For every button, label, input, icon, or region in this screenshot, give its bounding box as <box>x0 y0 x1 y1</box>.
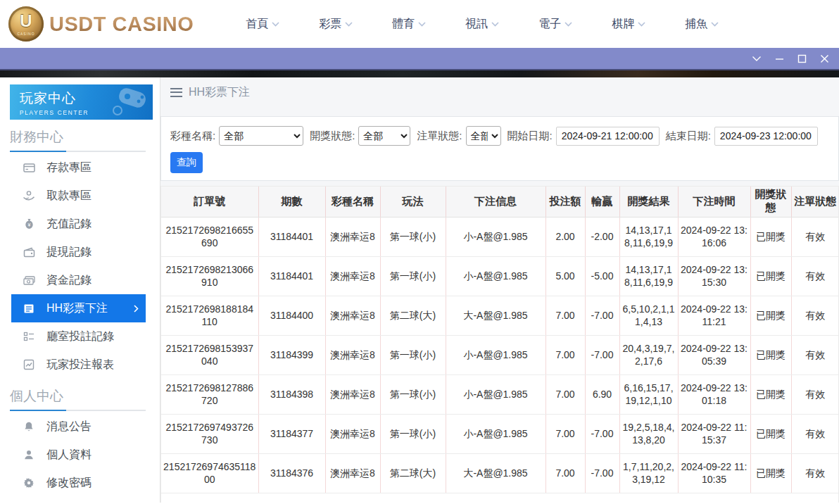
nav-label: 首頁 <box>246 17 268 32</box>
nav-label: 視訊 <box>465 17 488 32</box>
sidebar-item-withdrawal-record[interactable]: 提現記錄 <box>11 238 146 266</box>
hand-coin-icon <box>23 189 35 202</box>
cell-play: 第二球(大) <box>380 453 446 493</box>
underline-accent <box>10 410 66 411</box>
cell-bet-info: 大-A盤@1.985 <box>446 453 545 493</box>
cell-bet-time: 2024-09-22 11:10:35 <box>678 453 750 493</box>
nav-item-cards[interactable]: 棋牌 <box>592 17 665 32</box>
cell-bet-amount: 7.00 <box>545 374 585 414</box>
sidebar-item-label: 充值記錄 <box>46 217 92 232</box>
cell-order-status: 有效 <box>791 217 839 256</box>
nav-item-home[interactable]: 首頁 <box>226 17 299 32</box>
nav-item-slots[interactable]: 電子 <box>519 17 592 32</box>
table-row[interactable]: 2152172698127886720 31184398 澳洲幸运8 第一球(小… <box>161 374 839 414</box>
cell-draw-result: 19,2,5,18,4,13,8,20 <box>619 414 678 453</box>
collapse-chevron-icon[interactable] <box>752 56 762 62</box>
person-icon <box>23 448 35 461</box>
filter-label: 開獎狀態: <box>310 130 355 143</box>
search-button[interactable]: 查詢 <box>170 152 203 173</box>
cell-draw-status: 已開獎 <box>750 256 791 296</box>
cell-bet-info: 小-A盤@1.985 <box>446 414 545 453</box>
top-bar: U CASINO USDT CASINO 首頁 彩票 體育 視訊 電子 棋牌 <box>0 0 839 48</box>
cell-draw-status: 已開獎 <box>750 335 791 374</box>
col-bet-time: 下注時間 <box>678 187 750 217</box>
sidebar-item-label: 提現記錄 <box>46 245 92 260</box>
sidebar-item-player-bet-report[interactable]: 玩家投注報表 <box>11 351 146 379</box>
cell-period: 31184401 <box>258 217 325 256</box>
cell-draw-result: 1,7,11,20,2,3,19,12 <box>619 453 678 493</box>
sidebar-item-funds-record[interactable]: 資金記錄 <box>11 266 146 294</box>
cell-order-no: 2152172698213066910 <box>161 256 258 296</box>
ledger-book-icon <box>23 302 35 315</box>
filter-start-date: 開始日期: <box>507 127 660 146</box>
sidebar-item-label: 取款專區 <box>46 189 92 203</box>
window-titlebar <box>0 48 839 70</box>
chevron-down-icon <box>638 22 645 27</box>
nav-item-lottery[interactable]: 彩票 <box>299 17 372 32</box>
section-finance-label: 財務中心 <box>10 128 160 146</box>
filter-order-status: 注單狀態: 全部 <box>417 126 500 146</box>
col-win-loss: 輸贏 <box>585 187 619 217</box>
cell-win-loss: -2.00 <box>585 217 619 256</box>
cell-order-no: 2152172697463511800 <box>161 453 258 493</box>
maximize-icon[interactable] <box>797 54 807 63</box>
start-date-input[interactable] <box>556 127 660 146</box>
background-strip <box>0 70 839 77</box>
sidebar-item-change-password[interactable]: 修改密碼 <box>11 469 146 497</box>
cell-order-status: 有效 <box>791 256 839 296</box>
nav-item-live[interactable]: 視訊 <box>446 17 519 32</box>
cell-win-loss: -5.00 <box>585 256 619 296</box>
money-bag-icon: ¥ <box>23 218 35 230</box>
report-chart-icon <box>23 358 35 371</box>
minimize-icon[interactable] <box>775 54 784 63</box>
usdt-coin-icon: U CASINO <box>8 6 44 42</box>
svg-text:¥: ¥ <box>27 222 30 227</box>
cell-lottery-name: 澳洲幸运8 <box>325 414 380 453</box>
col-play: 玩法 <box>380 187 446 217</box>
cell-draw-result: 14,13,17,18,11,6,19,9 <box>619 217 678 256</box>
cell-draw-status: 已開獎 <box>750 217 791 256</box>
lottery-name-select[interactable]: 全部 <box>219 126 303 146</box>
chevron-down-icon <box>345 22 353 27</box>
close-icon[interactable] <box>820 54 829 63</box>
filter-actions: 查詢 <box>170 152 831 173</box>
order-status-select[interactable]: 全部 <box>466 126 501 146</box>
table-row[interactable]: 2152172697493726730 31184377 澳洲幸运8 第一球(小… <box>161 414 839 453</box>
nav-label: 彩票 <box>319 17 341 32</box>
col-bet-info: 下注信息 <box>446 187 545 217</box>
table-row[interactable]: 2152172698153937040 31184399 澳洲幸运8 第一球(小… <box>161 335 839 374</box>
sidebar-item-hh-lottery-bets[interactable]: HH彩票下注 <box>11 294 146 322</box>
nav-item-fishing[interactable]: 捕魚 <box>665 17 738 32</box>
cell-draw-result: 6,16,15,17,19,12,1,10 <box>619 374 678 414</box>
end-date-input[interactable] <box>714 127 818 146</box>
sidebar-item-profile[interactable]: 個人資料 <box>11 441 146 469</box>
nav-label: 體育 <box>392 17 415 32</box>
sidebar-item-withdraw[interactable]: 取款專區 <box>11 182 146 210</box>
sidebar-item-announcements[interactable]: 消息公告 <box>11 412 146 441</box>
filter-row: 彩種名稱: 全部 開獎狀態: 全部 注單狀態: 全部 開始日期: 結束日期: <box>170 126 831 146</box>
cell-order-status: 有效 <box>791 296 839 335</box>
cell-play: 第一球(小) <box>380 374 446 414</box>
cell-bet-time: 2024-09-22 13:16:06 <box>678 217 750 256</box>
section-personal-label: 個人中心 <box>10 387 160 405</box>
table-row[interactable]: 2152172697463511800 31184376 澳洲幸运8 第二球(大… <box>161 453 839 493</box>
menu-toggle-icon[interactable] <box>170 88 182 97</box>
cell-bet-amount: 5.00 <box>545 256 585 296</box>
sidebar-item-label: 消息公告 <box>46 420 92 434</box>
underline-accent <box>10 151 66 152</box>
sidebar-item-deposit[interactable]: 存款專區 <box>11 153 146 182</box>
cell-bet-time: 2024-09-22 13:11:21 <box>678 296 750 335</box>
top-nav: 首頁 彩票 體育 視訊 電子 棋牌 捕魚 <box>226 17 738 32</box>
brand-logo[interactable]: U CASINO USDT CASINO <box>8 6 194 42</box>
nav-item-sports[interactable]: 體育 <box>372 17 446 32</box>
table-row[interactable]: 2152172698188184110 31184400 澳洲幸运8 第二球(大… <box>161 296 839 335</box>
cell-bet-amount: 7.00 <box>545 335 585 374</box>
sidebar-item-room-bet-record[interactable]: 廳室投註記錄 <box>11 322 146 351</box>
filter-label: 彩種名稱: <box>170 130 215 143</box>
cell-bet-info: 小-A盤@1.985 <box>446 256 545 296</box>
table-row[interactable]: 2152172698216655690 31184401 澳洲幸运8 第一球(小… <box>161 217 839 256</box>
sidebar-item-recharge-record[interactable]: ¥ 充值記錄 <box>11 210 146 238</box>
cell-play: 第一球(小) <box>380 335 446 374</box>
table-row[interactable]: 2152172698213066910 31184401 澳洲幸运8 第一球(小… <box>161 256 839 296</box>
draw-status-select[interactable]: 全部 <box>358 126 410 146</box>
